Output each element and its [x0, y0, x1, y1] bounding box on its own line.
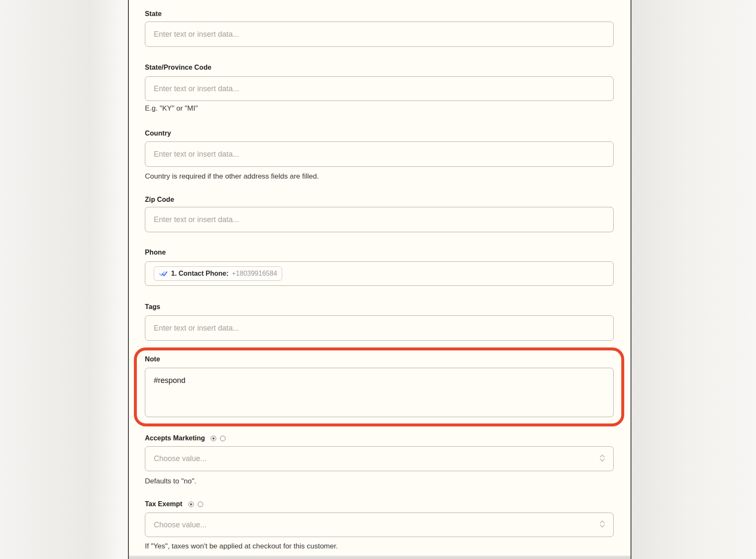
zip-code-label: Zip Code — [145, 195, 174, 204]
state-label: State — [145, 10, 162, 18]
accepts-marketing-label-row: Accepts Marketing — [145, 434, 226, 442]
tax-exempt-placeholder: Choose value... — [154, 521, 207, 529]
note-textarea[interactable]: #respond — [145, 368, 614, 417]
country-label: Country — [145, 129, 171, 138]
radio-selected-icon[interactable] — [211, 436, 216, 441]
mapped-field-pill[interactable]: 1. Contact Phone: +18039916584 — [154, 266, 282, 281]
screen: State State/Province Code E.g. "KY" or "… — [0, 0, 756, 559]
phone-label: Phone — [145, 248, 166, 257]
note-label: Note — [145, 355, 160, 364]
phone-input[interactable]: 1. Contact Phone: +18039916584 — [145, 261, 614, 286]
zip-code-input[interactable] — [145, 207, 614, 232]
tax-exempt-select[interactable]: Choose value... — [145, 513, 614, 537]
accepts-marketing-label: Accepts Marketing — [145, 434, 205, 442]
radio-unselected-icon[interactable] — [198, 502, 203, 507]
tax-exempt-label-row: Tax Exempt — [145, 500, 203, 508]
radio-unselected-icon[interactable] — [220, 436, 226, 441]
tags-label: Tags — [145, 303, 160, 311]
tax-exempt-help: If "Yes", taxes won't be applied at chec… — [145, 542, 338, 551]
background-left-gutter — [0, 0, 128, 559]
double-check-icon — [159, 271, 168, 277]
country-help: Country is required if the other address… — [145, 172, 319, 181]
radio-selected-icon[interactable] — [188, 502, 194, 507]
pill-field-value: +18039916584 — [232, 267, 277, 280]
up-down-chevrons-icon — [599, 519, 606, 531]
accepts-marketing-placeholder: Choose value... — [154, 454, 207, 463]
state-province-code-label: State/Province Code — [145, 63, 212, 72]
up-down-chevrons-icon — [599, 453, 606, 465]
tags-input[interactable] — [145, 315, 614, 341]
tax-exempt-mode-toggle — [188, 502, 203, 507]
panel-bottom-edge — [129, 556, 631, 559]
accepts-marketing-mode-toggle — [211, 436, 226, 441]
state-province-code-input[interactable] — [145, 76, 614, 101]
state-province-code-help: E.g. "KY" or "MI" — [145, 104, 198, 113]
pill-field-name: 1. Contact Phone: — [171, 267, 228, 280]
background-right-gutter — [631, 0, 756, 559]
country-input[interactable] — [145, 141, 614, 167]
tax-exempt-label: Tax Exempt — [145, 500, 182, 508]
state-input[interactable] — [145, 22, 614, 47]
accepts-marketing-select[interactable]: Choose value... — [145, 446, 614, 471]
form-panel: State State/Province Code E.g. "KY" or "… — [128, 0, 631, 559]
accepts-marketing-help: Defaults to "no". — [145, 477, 196, 486]
